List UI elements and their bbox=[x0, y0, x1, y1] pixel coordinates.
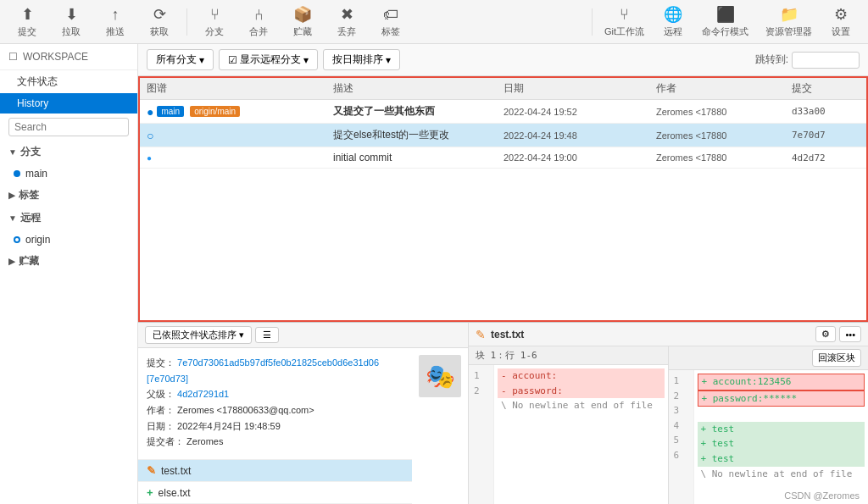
sidebar: ☐ WORKSPACE 文件状态 History ▼ 分支 main ▶ 标签 … bbox=[0, 44, 138, 504]
jump-to-input[interactable] bbox=[792, 52, 860, 69]
toolbar-merge[interactable]: ⑃ 合并 bbox=[238, 3, 279, 42]
commit-list: 图谱 描述 日期 作者 提交 ● main origin/main 又提交了一些… bbox=[138, 76, 868, 322]
diff-new-content: 1 2 3 4 5 6 + account:123456 + password:… bbox=[669, 370, 869, 504]
bottom-left-panel: 已依照文件状态排序 ▾ ☰ 提交： 7e70d73061ad5b97df5fe0… bbox=[138, 323, 469, 504]
fetch-icon: ⟳ bbox=[153, 5, 166, 24]
added-icon: + bbox=[147, 486, 153, 499]
diff-chunk-label: 块 1：行 1-6 bbox=[469, 346, 668, 365]
diff-new-side: 回滚区块 1 2 3 4 5 6 + account:123456 + pass… bbox=[669, 346, 869, 504]
diff-line-removed-1: - account: bbox=[498, 368, 665, 384]
dropdown-icon: ▾ bbox=[199, 54, 204, 66]
commit-row-3[interactable]: ● initial commit 2022-04-24 19:00 Zerome… bbox=[140, 147, 866, 169]
toolbar-branch[interactable]: ⑂ 分支 bbox=[194, 3, 235, 42]
watermark: CSDN @Zeromes bbox=[784, 490, 860, 501]
branch-icon: ⑂ bbox=[210, 6, 220, 24]
explorer-icon: 📁 bbox=[780, 5, 798, 24]
sidebar-remotes-group[interactable]: ▼ 远程 bbox=[0, 207, 137, 230]
diff-line-added-4: + test bbox=[698, 436, 865, 451]
toolbar-fetch[interactable]: ⟳ 获取 bbox=[139, 2, 180, 42]
jump-to-container: 跳转到: bbox=[755, 52, 860, 69]
main-layout: ☐ WORKSPACE 文件状态 History ▼ 分支 main ▶ 标签 … bbox=[0, 44, 868, 504]
commit-avatar: 🎭 bbox=[419, 355, 461, 397]
diff-content: 块 1：行 1-6 1 2 - account: - password: \ N… bbox=[469, 346, 868, 504]
commit-row-1[interactable]: ● main origin/main 又提交了一些其他东西 2022-04-24… bbox=[140, 100, 866, 124]
toolbar-gitflow[interactable]: ⑂ Git工作流 bbox=[596, 3, 653, 42]
toolbar-remote[interactable]: 🌐 远程 bbox=[653, 2, 693, 42]
diff-new-lines: + account:123456 + password:****** + tes… bbox=[694, 370, 869, 504]
diff-old-lines: - account: - password: \ No newline at e… bbox=[494, 365, 668, 504]
diff-line-added-3: + test bbox=[698, 422, 865, 437]
chevron-right-icon: ▶ bbox=[8, 191, 15, 200]
content-area: 所有分支 ▾ ☑ 显示远程分支 ▾ 按日期排序 ▾ 跳转到: 图谱 描述 日期 bbox=[138, 44, 868, 504]
commit-icon: ⬆ bbox=[21, 5, 34, 24]
file-list: ✎ test.txt + else.txt bbox=[138, 459, 412, 504]
diff-line-removed-2: - password: bbox=[498, 384, 665, 399]
toolbar-stash[interactable]: 📦 贮藏 bbox=[282, 2, 323, 42]
revert-chunk-button[interactable]: 回滚区块 bbox=[812, 349, 861, 367]
diff-line-added-5: + test bbox=[698, 451, 865, 467]
file-item-else[interactable]: + else.txt bbox=[138, 482, 412, 504]
toolbar-settings[interactable]: ⚙ 设置 bbox=[821, 2, 861, 42]
graph-dot-icon-3: ● bbox=[147, 153, 152, 163]
sidebar-remote-origin[interactable]: origin bbox=[0, 230, 137, 250]
remote-icon: 🌐 bbox=[664, 5, 682, 24]
commit-graph-3: ● bbox=[147, 153, 333, 163]
pull-icon: ⬇ bbox=[65, 5, 78, 24]
merge-icon: ⑃ bbox=[254, 6, 264, 24]
toolbar-commit[interactable]: ⬆ 提交 bbox=[7, 2, 47, 42]
toolbar-explorer[interactable]: 📁 资源管理器 bbox=[757, 2, 821, 42]
bottom-panel: 已依照文件状态排序 ▾ ☰ 提交： 7e70d73061ad5b97df5fe0… bbox=[138, 322, 868, 504]
remote-dot-icon bbox=[14, 236, 20, 243]
diff-line-empty bbox=[698, 407, 865, 422]
workspace-label: ☐ WORKSPACE bbox=[0, 44, 137, 70]
committer-row: 提交者： Zeromes bbox=[147, 434, 403, 450]
stash-icon: 📦 bbox=[293, 5, 312, 24]
separator-2 bbox=[592, 8, 593, 36]
file-item-test[interactable]: ✎ test.txt bbox=[138, 460, 412, 482]
commit-list-header: 图谱 描述 日期 作者 提交 bbox=[140, 78, 866, 100]
diff-panel: ✎ test.txt ⚙ ••• 块 1：行 1-6 1 2 bbox=[469, 323, 868, 504]
diff-old-side: 块 1：行 1-6 1 2 - account: - password: \ N… bbox=[469, 346, 669, 504]
sidebar-stash-group[interactable]: ▶ 贮藏 bbox=[0, 250, 137, 273]
chevron-down-icon-2: ▼ bbox=[8, 213, 17, 223]
sidebar-branches-group[interactable]: ▼ 分支 bbox=[0, 141, 137, 163]
toolbar-push[interactable]: ↑ 推送 bbox=[95, 3, 136, 42]
toolbar-terminal[interactable]: ⬛ 命令行模式 bbox=[693, 2, 757, 42]
branch-dot-icon bbox=[14, 170, 20, 177]
bottom-left-header: 已依照文件状态排序 ▾ ☰ bbox=[138, 323, 468, 348]
sidebar-tags-group[interactable]: ▶ 标签 bbox=[0, 184, 137, 207]
separator-1 bbox=[186, 8, 187, 36]
sidebar-history[interactable]: History bbox=[0, 93, 137, 114]
diff-header-actions: ⚙ ••• bbox=[815, 326, 861, 342]
search-input[interactable] bbox=[8, 118, 129, 136]
bottom-left-content: 提交： 7e70d73061ad5b97df5fe0b21825ceb0d6e3… bbox=[138, 348, 468, 504]
diff-line-added-1: + account:123456 bbox=[698, 374, 865, 390]
diff-new-line-numbers: 1 2 3 4 5 6 bbox=[669, 370, 694, 504]
sidebar-file-status[interactable]: 文件状态 bbox=[0, 70, 137, 93]
diff-settings-button[interactable]: ⚙ bbox=[815, 326, 836, 342]
graph-dot-icon-2: ○ bbox=[147, 129, 153, 142]
commit-graph-1: ● main origin/main bbox=[147, 105, 333, 119]
sort-by-status-button[interactable]: 已依照文件状态排序 ▾ bbox=[145, 326, 252, 344]
toolbar-discard[interactable]: ✖ 丢弃 bbox=[326, 2, 367, 42]
list-view-button[interactable]: ☰ bbox=[255, 327, 279, 343]
sidebar-branch-main[interactable]: main bbox=[0, 163, 137, 184]
date-row: 日期： 2022年4月24日 19:48:59 bbox=[147, 418, 403, 435]
commit-meta: 提交： 7e70d73061ad5b97df5fe0b21825ceb0d6e3… bbox=[138, 348, 412, 459]
diff-line-no-newline-new: \ No newline at end of file bbox=[698, 467, 865, 482]
diff-more-button[interactable]: ••• bbox=[839, 326, 861, 342]
date-order-filter[interactable]: 按日期排序 ▾ bbox=[323, 49, 400, 70]
avatar-image: 🎭 bbox=[426, 363, 455, 390]
modified-icon: ✎ bbox=[147, 464, 156, 477]
all-branches-filter[interactable]: 所有分支 ▾ bbox=[147, 49, 214, 70]
dropdown-icon-3: ▾ bbox=[386, 54, 391, 66]
toolbar-pull[interactable]: ⬇ 拉取 bbox=[51, 2, 92, 42]
toolbar-tag[interactable]: 🏷 标签 bbox=[370, 3, 411, 42]
push-icon: ↑ bbox=[112, 6, 120, 24]
show-remote-filter[interactable]: ☑ 显示远程分支 ▾ bbox=[219, 49, 318, 70]
commit-row-2[interactable]: ○ 提交else和test的一些更改 2022-04-24 19:48 Zero… bbox=[140, 124, 866, 147]
toolbar-right: ⑂ Git工作流 🌐 远程 ⬛ 命令行模式 📁 资源管理器 ⚙ 设置 bbox=[588, 2, 861, 42]
author-row: 作者： Zeromes <178800633@qq.com> bbox=[147, 402, 403, 418]
main-toolbar: ⬆ 提交 ⬇ 拉取 ↑ 推送 ⟳ 获取 ⑂ 分支 ⑃ 合并 📦 贮藏 ✖ 丢弃 … bbox=[0, 0, 868, 44]
discard-icon: ✖ bbox=[341, 5, 353, 24]
